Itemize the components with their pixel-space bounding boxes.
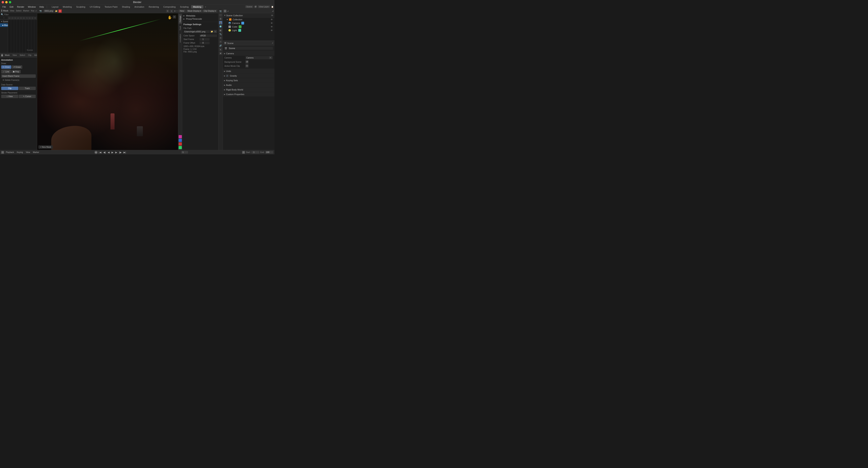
view-layer-selector[interactable]: View Layer: [258, 5, 270, 8]
metadata-header[interactable]: ▶ Metadata: [183, 14, 217, 17]
workspace-layout[interactable]: Layout: [50, 5, 60, 8]
next-keyframe-btn[interactable]: |▶: [118, 151, 122, 154]
gravity-section-header[interactable]: ▶ ✓ Gravity: [223, 74, 275, 78]
clip-select-btn[interactable]: Select: [19, 54, 26, 57]
clip-view-btn[interactable]: View: [11, 54, 18, 57]
view-label[interactable]: View: [10, 10, 14, 12]
object-properties-icon[interactable]: ▦: [219, 29, 222, 32]
world-properties-icon[interactable]: 🌍: [219, 25, 222, 28]
step-forward-btn[interactable]: ▶: [115, 151, 118, 154]
particles-properties-icon[interactable]: ✦: [219, 36, 222, 39]
workspace-compositing[interactable]: Compositing: [161, 5, 178, 8]
playback-menu-btn[interactable]: Playback: [5, 151, 15, 154]
scene-collection-eye[interactable]: 👁: [271, 14, 273, 17]
clip-plus-icon[interactable]: +: [177, 10, 178, 12]
annotation-red-icon[interactable]: [179, 142, 182, 146]
cube-item[interactable]: □ Cube 👁: [223, 25, 275, 29]
output-properties-icon[interactable]: ⬚: [219, 13, 222, 17]
custom-props-header[interactable]: ▶ Custom Properties: [223, 92, 275, 96]
view-menu-btn[interactable]: View: [25, 151, 31, 154]
clip-mode-selector[interactable]: Mask: [4, 54, 11, 57]
render-properties-icon[interactable]: 📷: [219, 10, 222, 13]
start-frame-timeline-input[interactable]: [251, 151, 259, 154]
filter-icon[interactable]: ⊿: [35, 10, 37, 12]
clip-add-btn[interactable]: Add: [33, 54, 37, 57]
workspace-masking[interactable]: Masking: [191, 5, 203, 8]
marker-menu-btn[interactable]: Marker: [32, 151, 40, 154]
new-mask-overlay-btn[interactable]: + New Mask: [38, 145, 53, 149]
constraint-properties-icon[interactable]: 🔗: [219, 44, 222, 47]
workspace-scripting[interactable]: Scripting: [178, 5, 191, 8]
file-close-btn[interactable]: ✕: [59, 9, 62, 13]
background-scene-btn[interactable]: 🎬: [245, 60, 249, 63]
select-label-outliner[interactable]: Select: [16, 10, 22, 12]
menu-edit[interactable]: Edit: [8, 5, 15, 8]
outliner-mode-selector[interactable]: Mask: [3, 9, 8, 12]
mask-display-dropdown[interactable]: Mask Display ▾: [186, 10, 202, 12]
file-path-display[interactable]: /Users/nigel.s/0001.png: [183, 30, 210, 33]
insert-blank-btn[interactable]: Insert Blank Frame: [1, 75, 36, 78]
menu-render[interactable]: Render: [16, 5, 26, 8]
play-btn[interactable]: ▶: [111, 151, 114, 154]
key-label[interactable]: Key: [31, 10, 34, 12]
view-layer-properties-icon[interactable]: ≣: [219, 17, 222, 21]
clip-editor-icon-btn[interactable]: 📷: [38, 10, 43, 12]
clip-zoom-icon[interactable]: ⊕: [174, 10, 176, 12]
new-clip-btn[interactable]: New: [179, 10, 186, 12]
scene-props-close[interactable]: ↗: [272, 42, 273, 44]
cube-eye[interactable]: 👁: [271, 26, 273, 28]
data-properties-icon[interactable]: ▲: [219, 48, 222, 51]
menu-help[interactable]: Help: [38, 5, 45, 8]
poly-tool-btn[interactable]: ⬟ Poly: [11, 70, 21, 74]
keying-sets-header[interactable]: ▶ Keying Sets: [223, 78, 275, 83]
jump-to-end-btn[interactable]: ▶|: [123, 151, 127, 154]
clip-source-btn[interactable]: Clip: [1, 87, 18, 90]
collection-eye[interactable]: 👁: [271, 18, 273, 21]
collection-item[interactable]: ▼ □ Collection 👁: [223, 18, 275, 21]
clip-clip-btn[interactable]: Clip: [27, 54, 32, 57]
prev-keyframe-btn[interactable]: ◀|: [102, 151, 106, 154]
view-stroke-btn[interactable]: □ View: [1, 95, 18, 98]
end-frame-input[interactable]: [265, 151, 273, 154]
camera-field-value[interactable]: Camera ✕: [245, 56, 273, 59]
camera-section-header[interactable]: ▶ Camera: [223, 51, 275, 56]
viewer-settings-btn[interactable]: ⚙: [173, 15, 176, 19]
material-properties-icon[interactable]: ◉: [219, 52, 222, 55]
physics-properties-icon[interactable]: ⚛: [219, 40, 222, 43]
jump-to-start-btn[interactable]: |◀: [98, 151, 102, 154]
active-movie-clip-btn[interactable]: 🎞: [245, 64, 249, 67]
workspace-sculpting[interactable]: Sculpting: [74, 5, 87, 8]
camera-close-icon[interactable]: ✕: [269, 56, 272, 59]
color-space-dropdown[interactable]: sRGB: [199, 34, 217, 37]
start-frame-input[interactable]: [199, 38, 210, 40]
draw-tool-btn[interactable]: ✏ Draw: [1, 65, 11, 69]
file-path-folder-btn[interactable]: 📁: [210, 30, 213, 33]
workspace-rendering[interactable]: Rendering: [147, 5, 161, 8]
track-tab[interactable]: Track: [179, 24, 182, 32]
add-workspace-button[interactable]: +: [204, 5, 207, 8]
minimize-button[interactable]: [5, 1, 8, 3]
scene-name-input[interactable]: [228, 47, 273, 50]
step-back-btn[interactable]: ◀: [107, 151, 110, 154]
workspace-animation[interactable]: Animation: [132, 5, 146, 8]
workspace-uv-editing[interactable]: UV Editing: [88, 5, 102, 8]
units-section-header[interactable]: ▶ Units: [223, 69, 275, 74]
clip-filter-icon[interactable]: ≋: [170, 9, 173, 13]
scene-properties-icon[interactable]: 🎬: [219, 21, 222, 24]
camera-eye[interactable]: 👁: [271, 22, 273, 24]
clip-display-dropdown[interactable]: Clip Display ▾: [203, 10, 217, 12]
outliner-filter-btn[interactable]: ⊿: [227, 10, 229, 12]
footage-tab[interactable]: Footage: [179, 14, 182, 24]
workspace-modeling[interactable]: Modeling: [61, 5, 74, 8]
proxy-header[interactable]: ▶ Proxy/Timecode: [183, 17, 217, 21]
outliner-search-input[interactable]: [4, 13, 36, 16]
audio-section-header[interactable]: ▶ Audio: [223, 83, 275, 87]
menu-window[interactable]: Window: [26, 5, 37, 8]
annotation-blue-icon[interactable]: [179, 139, 182, 142]
cursor-stroke-btn[interactable]: ↖ Cursor: [19, 95, 36, 98]
clip-filename-display[interactable]: 0001.png: [43, 10, 54, 12]
outliner-funnel-icon[interactable]: ⊿: [272, 10, 274, 12]
annotation-pink-icon[interactable]: [179, 135, 182, 138]
mask-item[interactable]: ▶ Mask: [0, 23, 8, 27]
light-eye[interactable]: 👁: [271, 29, 273, 32]
